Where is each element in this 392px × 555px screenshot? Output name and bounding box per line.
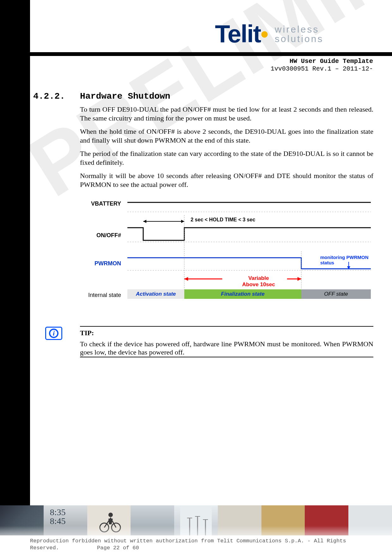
timing-diagram: VBATTERY ON/OFF# PWRMON Internal state (80, 196, 373, 316)
svg-marker-3 (143, 220, 146, 223)
info-icon: i (49, 329, 58, 338)
brand-tagline: wirelesssolutions (275, 25, 323, 44)
doc-revision: 1vv0300951 Rev.1 – 2011-12- (187, 65, 373, 73)
footer-line1: Reproduction forbidden without written a… (30, 538, 346, 544)
label-onoff: ON/OFF# (74, 232, 121, 239)
section-number: 4.2.2. (33, 91, 65, 101)
paragraph-2: When the hold time of ON/OFF# is above 2… (80, 127, 373, 145)
label-vbattery: VBATTERY (74, 200, 121, 207)
label-internal-state: Internal state (74, 292, 121, 299)
footer-img-5 (174, 505, 218, 535)
brand-logo: Telit• wirelesssolutions (215, 20, 376, 48)
footer-img-2: 8:358:45 (44, 505, 87, 535)
header-divider (0, 52, 392, 56)
footer-reserved: Reserved. (30, 545, 59, 551)
left-black-strip (0, 0, 30, 505)
section-title: Hardware Shutdown (80, 91, 170, 101)
paragraph-4: Normally it will be above 10 seconds aft… (80, 171, 373, 189)
state-row: Activation state Finalization state OFF … (127, 289, 371, 299)
svg-rect-18 (180, 505, 212, 535)
footer-img-3 (87, 505, 131, 535)
tip-rule-bottom (80, 357, 373, 357)
state-activation: Activation state (127, 289, 184, 299)
tip-body: To check if the device has powered off, … (80, 340, 373, 356)
svg-marker-11 (297, 277, 301, 281)
footer-text: Reproduction forbidden without written a… (30, 538, 375, 552)
diagram-area: 2 sec < HOLD TIME < 3 sec monitoring PWR… (127, 196, 371, 310)
footer-image-strip: 8:358:45 (0, 505, 392, 535)
monitoring-label: monitoring PWRMON status (320, 255, 371, 265)
footer-img-4 (131, 505, 174, 535)
svg-marker-9 (184, 277, 188, 281)
tip-rule-top (80, 326, 373, 327)
svg-point-17 (108, 513, 113, 517)
state-finalization: Finalization state (184, 289, 301, 299)
variable-time-label: VariableAbove 10sec (232, 275, 285, 288)
timing-waveforms (127, 196, 371, 288)
doc-header: HW User Guide Template 1vv0300951 Rev.1 … (187, 58, 373, 73)
brand-name: Telit• (215, 20, 268, 48)
page-number: Page 22 of 60 (97, 545, 139, 552)
label-pwrmon: PWRMON (74, 260, 121, 267)
paragraph-1: To turn OFF DE910-DUAL the pad ON/OFF# m… (80, 105, 373, 123)
footer-img-9 (348, 505, 392, 535)
paragraph-3: The period of the finalization state can… (80, 149, 373, 167)
hold-time-label: 2 sec < HOLD TIME < 3 sec (191, 217, 255, 223)
footer-img-1 (0, 505, 44, 535)
tip-title: TIP: (80, 329, 94, 337)
footer-img-8 (305, 505, 348, 535)
footer-clock: 8:358:45 (50, 508, 66, 526)
doc-title: HW User Guide Template (187, 58, 373, 65)
state-off: OFF state (301, 289, 371, 299)
footer-img-7 (261, 505, 305, 535)
svg-marker-4 (181, 220, 184, 223)
tip-icon: i (45, 327, 62, 340)
footer-img-6 (218, 505, 261, 535)
